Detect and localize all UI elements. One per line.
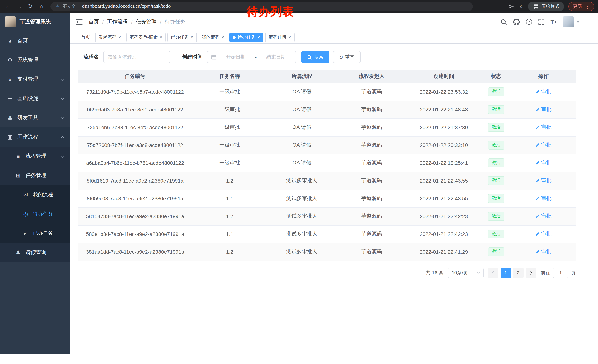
goto-page-input[interactable]	[553, 267, 568, 278]
tab-home[interactable]: 首页	[78, 32, 93, 42]
tab-done-tasks[interactable]: 已办任务 ×	[167, 32, 197, 42]
approve-link[interactable]: 审批	[535, 89, 551, 95]
task-created: 2022-01-22 20:33:10	[407, 136, 481, 154]
close-icon[interactable]: ×	[159, 35, 162, 40]
breadcrumb-task-management[interactable]: 任务管理	[136, 18, 157, 25]
page-button-1[interactable]: 1	[500, 267, 511, 278]
forward-icon[interactable]: →	[15, 2, 24, 11]
task-id: 069c6a63-7b8a-11ec-8ef0-acde48001122	[78, 101, 192, 119]
start-date-placeholder[interactable]: 开始日期	[220, 54, 252, 60]
font-size-icon[interactable]: TT	[550, 19, 556, 25]
gear-icon: ⚙	[7, 57, 13, 63]
user-menu[interactable]	[563, 16, 580, 27]
tab-start-process[interactable]: 发起流程 ×	[95, 32, 124, 42]
back-icon[interactable]: ←	[4, 2, 13, 11]
approve-link[interactable]: 审批	[535, 142, 551, 148]
column-header: 创建时间	[407, 70, 481, 83]
calendar-icon	[211, 54, 216, 60]
edit-pencil-icon	[535, 107, 540, 112]
date-range-picker[interactable]: 开始日期 - 结束日期	[207, 51, 296, 63]
tab-label: 发起流程	[99, 34, 116, 40]
sidebar-item-done-tasks[interactable]: ✓ 已办任务	[0, 224, 70, 243]
approve-link[interactable]: 审批	[535, 177, 551, 184]
status-badge: 激活	[488, 230, 504, 238]
sidebar-item-leave-query[interactable]: ♟ 请假查询	[0, 243, 70, 262]
page-button-2[interactable]: 2	[513, 267, 523, 278]
tab-my-processes[interactable]: 我的流程 ×	[199, 32, 228, 42]
page-size-select[interactable]: 10条/页	[448, 267, 483, 278]
task-id: 381aa1dd-7ac8-11ec-a9e2-a2380e71991a	[78, 243, 192, 261]
approve-link-label: 审批	[541, 124, 551, 131]
sidebar-item-payment[interactable]: ¥ 支付管理	[0, 70, 70, 89]
edit-pencil-icon	[535, 214, 540, 218]
close-icon[interactable]: ×	[191, 35, 193, 40]
sidebar-item-todo-tasks[interactable]: ◎ 待办任务	[0, 204, 70, 224]
search-icon[interactable]	[500, 19, 507, 25]
approve-link[interactable]: 审批	[535, 249, 551, 255]
person-icon: ♟	[15, 249, 22, 256]
approve-link[interactable]: 审批	[535, 106, 551, 113]
sidebar-collapse-icon[interactable]	[76, 19, 83, 25]
sidebar-item-dev-tools[interactable]: ▦ 研发工具	[0, 108, 70, 127]
tab-process-form-edit[interactable]: 流程表单-编辑 ×	[126, 32, 166, 42]
page-content: 流程名 创建时间 开始日期 - 结束日期 搜索 ↻ 重置	[70, 44, 598, 354]
breadcrumb-workflow[interactable]: 工作流程	[107, 18, 128, 25]
task-created: 2022-01-21 22:43:55	[407, 172, 481, 190]
chevron-down-icon	[61, 57, 64, 61]
sidebar-item-task-management[interactable]: ⊞ 任务管理	[0, 166, 70, 185]
status-badge: 激活	[488, 212, 504, 220]
tab-todo-tasks[interactable]: 待办任务 ×	[230, 32, 263, 42]
bookmark-star-icon[interactable]: ☆	[519, 3, 523, 9]
approve-link[interactable]: 审批	[535, 231, 551, 237]
approve-link[interactable]: 审批	[535, 124, 551, 131]
close-icon[interactable]: ×	[257, 35, 260, 40]
yen-icon: ¥	[7, 76, 13, 82]
sidebar-item-workflow[interactable]: ▣ 工作流程	[0, 127, 70, 147]
sidebar-item-process-management[interactable]: ≡ 流程管理	[0, 147, 70, 166]
home-icon[interactable]: ⌂	[37, 2, 46, 11]
process-name-input[interactable]	[103, 51, 170, 63]
approve-link-label: 审批	[541, 249, 551, 255]
incognito-label: 无痕模式	[542, 3, 559, 9]
reset-button[interactable]: ↻ 重置	[333, 51, 360, 63]
status-badge: 激活	[488, 87, 504, 96]
close-icon[interactable]: ×	[288, 35, 291, 40]
breadcrumb-separator: /	[131, 19, 133, 25]
sidebar-item-my-processes[interactable]: ✉ 我的流程	[0, 185, 70, 204]
approve-link[interactable]: 审批	[535, 160, 551, 166]
task-created: 2022-01-21 22:43:55	[407, 190, 481, 207]
reload-icon[interactable]: ↻	[26, 2, 35, 11]
app-header: 首页 / 工作流程 / 任务管理 / 待办任务 ?	[70, 13, 598, 31]
task-process: OA 请假	[267, 119, 337, 136]
table-row: 58154733-7ac8-11ec-a9e2-a2380e71991a 1.2…	[78, 207, 576, 225]
sidebar-item-home[interactable]: ◕ 首页	[0, 31, 70, 50]
search-button[interactable]: 搜索	[301, 51, 329, 63]
sidebar-item-label: 基础设施	[17, 95, 38, 102]
tab-process-detail[interactable]: 流程详情 ×	[265, 32, 294, 42]
github-icon[interactable]	[513, 18, 520, 25]
task-name: 一级审批	[192, 154, 267, 172]
sidebar-item-infrastructure[interactable]: ▤ 基础设施	[0, 89, 70, 108]
app-logo-row[interactable]: 芋道管理系统	[0, 13, 70, 31]
end-date-placeholder[interactable]: 结束日期	[260, 54, 292, 60]
main-area: 首页 / 工作流程 / 任务管理 / 待办任务 ?	[70, 13, 598, 354]
avatar[interactable]	[563, 16, 574, 27]
prev-page-button[interactable]	[488, 267, 498, 278]
menu-kebab-icon[interactable]: ⋮	[585, 4, 590, 9]
breadcrumb-home[interactable]: 首页	[89, 18, 99, 25]
table-row: 8f059c03-7ac8-11ec-a9e2-a2380e71991a 1.1…	[78, 190, 576, 207]
help-icon[interactable]: ?	[526, 19, 532, 25]
sidebar-item-system[interactable]: ⚙ 系统管理	[0, 50, 70, 70]
next-page-button[interactable]	[526, 267, 536, 278]
fullscreen-icon[interactable]	[538, 19, 544, 25]
approve-link-label: 审批	[541, 231, 551, 237]
approve-link[interactable]: 审批	[535, 195, 551, 202]
task-created: 2022-01-22 18:25:41	[407, 154, 481, 172]
password-key-icon[interactable]	[508, 3, 515, 9]
update-button[interactable]: 更新 ⋮	[568, 2, 594, 11]
sidebar-item-label: 首页	[17, 37, 28, 44]
tab-label: 已办任务	[171, 34, 189, 40]
approve-link[interactable]: 审批	[535, 213, 551, 219]
close-icon[interactable]: ×	[118, 35, 121, 40]
close-icon[interactable]: ×	[222, 35, 224, 40]
